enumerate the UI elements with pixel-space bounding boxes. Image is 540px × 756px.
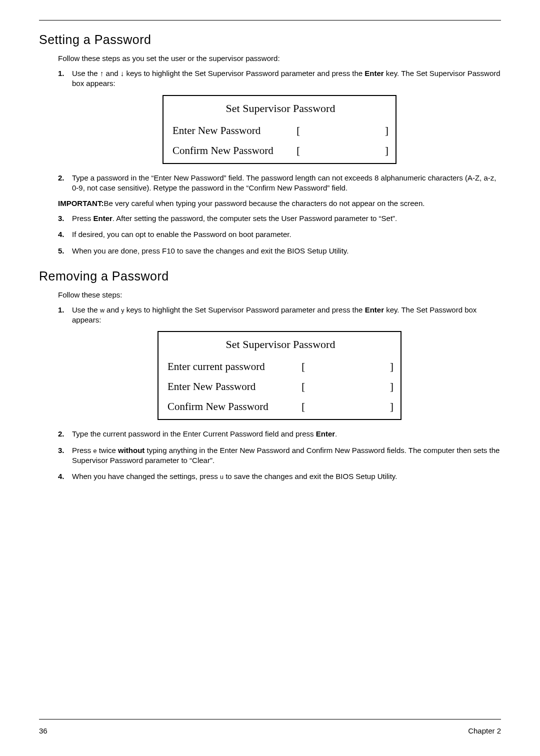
chapter-label: Chapter 2 [468, 726, 501, 735]
enter-key-label: Enter [94, 214, 112, 222]
section1-steps-cont2: 3. Press Enter. After setting the passwo… [58, 214, 501, 256]
step-text: Type a password in the “Enter New Passwo… [72, 173, 501, 194]
top-divider [39, 20, 501, 20]
section2-intro: Follow these steps: [58, 290, 501, 299]
step-text: Press e twice without typing anything in… [72, 446, 501, 466]
step-text: Use the ↑ and ↓ keys to highlight the Se… [72, 68, 501, 89]
bracket-open: [ [302, 380, 305, 393]
step-number: 2. [58, 173, 72, 194]
enter-key-label: Enter [365, 306, 384, 314]
important-text: Be very careful when typing your passwor… [104, 199, 424, 208]
step-item: 2. Type a password in the “Enter New Pas… [58, 173, 501, 194]
text-fragment: Press [72, 214, 94, 222]
step-number: 3. [58, 446, 72, 466]
text-fragment: Use the [72, 69, 100, 78]
section2-steps: 1. Use the w and y keys to highlight the… [58, 305, 501, 326]
step-text: When you have changed the settings, pres… [72, 472, 501, 482]
step-item: 1. Use the ↑ and ↓ keys to highlight the… [58, 68, 501, 89]
important-label: IMPORTANT: [58, 199, 104, 208]
dialog-title: Set Supervisor Password [168, 338, 394, 351]
text-fragment: When you have changed the settings, pres… [72, 472, 220, 480]
key-u: u [220, 474, 224, 480]
text-fragment: . After setting the password, the comput… [112, 214, 397, 222]
step-item: 1. Use the w and y keys to highlight the… [58, 305, 501, 326]
without-bold: without [118, 446, 144, 454]
step-number: 1. [58, 305, 72, 326]
bracket-open: [ [296, 144, 300, 157]
dialog-row: Enter New Password [ ] [172, 124, 388, 137]
page-number: 36 [39, 726, 48, 735]
step-number: 4. [58, 230, 72, 240]
dialog-row: Enter New Password [ ] [168, 380, 394, 393]
enter-key-label: Enter [364, 69, 384, 78]
key-w: w [100, 307, 104, 314]
step-text: When you are done, press F10 to save the… [72, 246, 501, 256]
step-number: 2. [58, 429, 72, 439]
field-label: Confirm New Password [172, 144, 292, 157]
enter-key-label: Enter [316, 430, 335, 438]
text-fragment: and [104, 69, 120, 78]
field-label: Enter New Password [168, 380, 298, 393]
step-number: 5. [58, 246, 72, 256]
bracket-close: ] [390, 360, 394, 373]
text-fragment: keys to highlight the Set Supervisor Pas… [124, 69, 364, 78]
important-note: IMPORTANT:Be very careful when typing yo… [58, 199, 501, 208]
step-item: 3. Press e twice without typing anything… [58, 446, 501, 466]
text-fragment: and [104, 306, 121, 314]
step-item: 2. Type the current password in the Ente… [58, 429, 501, 439]
text-fragment: Type the current password in the Enter C… [72, 430, 316, 438]
bracket-close: ] [385, 144, 388, 157]
section1-steps: 1. Use the ↑ and ↓ keys to highlight the… [58, 68, 501, 89]
step-item: 5. When you are done, press F10 to save … [58, 246, 501, 256]
step-number: 3. [58, 214, 72, 224]
text-fragment: keys to highlight the Set Supervisor Pas… [124, 306, 365, 314]
footer-divider [39, 719, 501, 720]
step-text: Type the current password in the Enter C… [72, 429, 501, 439]
set-supervisor-password-dialog-2: Set Supervisor Password Enter current pa… [158, 331, 402, 420]
step-text: Press Enter. After setting the password,… [72, 214, 501, 224]
field-label: Enter New Password [172, 124, 292, 137]
page: Setting a Password Follow these steps as… [0, 0, 540, 756]
bracket-open: [ [296, 124, 300, 137]
dialog-row: Confirm New Password [ ] [168, 400, 394, 413]
heading-setting-password: Setting a Password [39, 32, 501, 47]
bracket-close: ] [385, 124, 388, 137]
text-fragment: to save the changes and exit the BIOS Se… [224, 472, 397, 480]
field-label: Enter current password [168, 360, 298, 373]
page-footer: 36 Chapter 2 [39, 719, 501, 735]
text-fragment: Press [72, 446, 94, 454]
dialog-row: Confirm New Password [ ] [172, 144, 388, 157]
section1-intro: Follow these steps as you set the user o… [58, 54, 501, 62]
bracket-open: [ [302, 400, 305, 413]
section1-steps-cont: 2. Type a password in the “Enter New Pas… [58, 173, 501, 194]
bracket-close: ] [390, 380, 394, 393]
set-supervisor-password-dialog: Set Supervisor Password Enter New Passwo… [162, 95, 396, 164]
step-text: If desired, you can opt to enable the Pa… [72, 230, 501, 240]
text-fragment: . [335, 430, 337, 438]
step-item: 4. If desired, you can opt to enable the… [58, 230, 501, 240]
field-label: Confirm New Password [168, 400, 298, 413]
section2-body: Follow these steps: 1. Use the w and y k… [58, 290, 501, 482]
step-item: 3. Press Enter. After setting the passwo… [58, 214, 501, 224]
step-text: Use the w and y keys to highlight the Se… [72, 305, 501, 326]
text-fragment: twice [96, 446, 118, 454]
section1-body: Follow these steps as you set the user o… [58, 54, 501, 256]
dialog-title: Set Supervisor Password [172, 102, 388, 115]
footer-row: 36 Chapter 2 [39, 726, 501, 735]
step-number: 4. [58, 472, 72, 482]
heading-removing-password: Removing a Password [39, 269, 501, 284]
dialog-row: Enter current password [ ] [168, 360, 394, 373]
text-fragment: Use the [72, 306, 100, 314]
step-item: 4. When you have changed the settings, p… [58, 472, 501, 482]
section2-steps-cont: 2. Type the current password in the Ente… [58, 429, 501, 482]
bracket-open: [ [302, 360, 305, 373]
step-number: 1. [58, 68, 72, 89]
bracket-close: ] [390, 400, 394, 413]
